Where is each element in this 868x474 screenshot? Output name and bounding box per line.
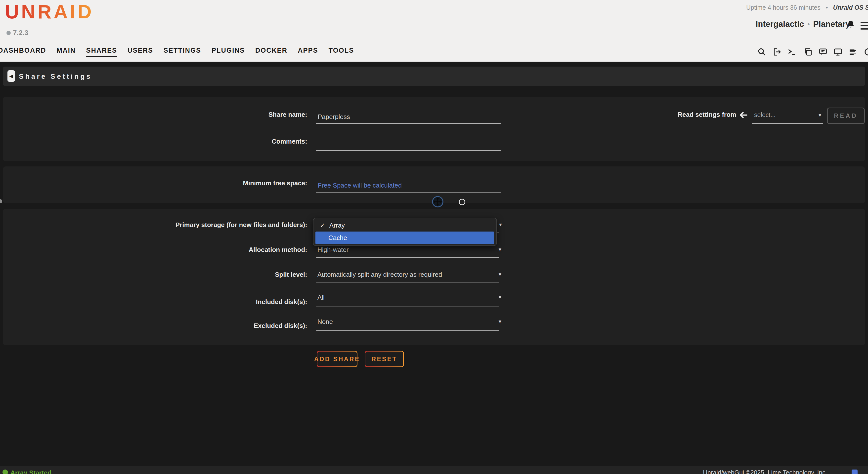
array-status-text: Array Started xyxy=(10,469,52,474)
edge-dot xyxy=(0,199,2,203)
uptime-status: Uptime 4 hours 36 minutes • Unraid OS St… xyxy=(746,4,868,11)
version-indicator: 7.2.3 xyxy=(6,29,28,37)
unraid-logo[interactable]: UNRAID xyxy=(5,0,94,23)
copy-icon[interactable] xyxy=(803,47,813,57)
unraid-share-settings-screen: UNRAID 7.2.3 Uptime 4 hours 36 minutes •… xyxy=(0,0,868,474)
read-button[interactable]: READ xyxy=(827,108,865,124)
server-identity: Intergalactic • Planetary xyxy=(756,20,850,29)
dropdown-option-label: Array xyxy=(329,222,345,229)
top-header: UNRAID 7.2.3 Uptime 4 hours 36 minutes •… xyxy=(0,0,868,62)
included-disks-value[interactable]: All xyxy=(317,294,324,301)
included-disks-label: Included disk(s): xyxy=(98,298,307,306)
chevron-down-icon[interactable]: ▼ xyxy=(498,247,502,252)
dot-separator: • xyxy=(807,21,810,28)
back-icon[interactable]: ◀ xyxy=(7,70,15,82)
circle-cursor-icon xyxy=(459,199,465,205)
allocation-method-value[interactable]: High-water xyxy=(317,246,349,253)
arrow-left-icon xyxy=(739,110,748,120)
chevron-down-icon[interactable]: ▼ xyxy=(498,272,502,277)
page-title-bar: ◀ Share Settings xyxy=(3,67,865,86)
footer-link-icon[interactable] xyxy=(851,470,858,474)
feedback-icon[interactable] xyxy=(818,47,828,57)
page-title: Share Settings xyxy=(19,72,92,80)
chevron-down-icon[interactable]: ▼ xyxy=(498,222,503,228)
server-name: Intergalactic xyxy=(756,20,804,29)
logout-icon[interactable] xyxy=(772,47,781,57)
read-settings-label: Read settings from xyxy=(637,111,736,118)
chevron-down-icon: ▼ xyxy=(817,112,822,118)
comments-label: Comments: xyxy=(98,138,307,145)
share-name-input[interactable] xyxy=(316,110,501,124)
primary-storage-label: Primary storage (for new files and folde… xyxy=(98,221,307,229)
menu-hamburger-icon[interactable] xyxy=(861,22,868,32)
split-level-label: Split level: xyxy=(98,271,307,278)
read-settings-select-value: select... xyxy=(754,111,776,118)
dropdown-option-cache[interactable]: Cache xyxy=(315,232,494,244)
checkmark-icon: ✓ xyxy=(320,222,326,229)
version-number: 7.2.3 xyxy=(13,29,28,37)
min-free-space-label: Minimum free space: xyxy=(98,179,307,187)
chevron-down-icon[interactable]: ▼ xyxy=(498,319,502,325)
search-icon[interactable] xyxy=(757,47,767,57)
read-settings-select[interactable]: select... ▼ xyxy=(752,109,824,124)
primary-storage-dropdown: ✓ Array Cache xyxy=(313,217,497,246)
dropdown-option-label: Cache xyxy=(328,234,347,242)
server-description: Planetary xyxy=(813,20,850,29)
chevron-down-icon[interactable]: ▼ xyxy=(498,295,502,300)
version-dot-icon xyxy=(6,31,11,35)
min-free-space-input[interactable] xyxy=(316,179,501,193)
monitor-icon[interactable] xyxy=(833,47,843,57)
panel-share-identity xyxy=(3,97,865,161)
dropdown-option-array[interactable]: ✓ Array xyxy=(320,222,345,229)
uptime-text: Uptime 4 hours 36 minutes xyxy=(746,4,820,11)
excluded-disks-label: Excluded disk(s): xyxy=(98,322,307,330)
copyright-text: Unraid/webGui ©2025, Lime Technology, In… xyxy=(703,469,827,474)
array-status-icon xyxy=(2,470,8,474)
log-icon[interactable] xyxy=(848,47,858,57)
excluded-disks-value[interactable]: None xyxy=(317,318,333,326)
allocation-method-label: Allocation method: xyxy=(98,246,307,253)
move-cursor-icon xyxy=(432,196,444,208)
nav-utility-icons xyxy=(0,47,868,58)
split-level-value[interactable]: Automatically split any directory as req… xyxy=(317,271,442,278)
terminal-icon[interactable] xyxy=(787,47,797,57)
os-edition: Unraid OS Starter xyxy=(833,4,868,11)
share-name-label: Share name: xyxy=(98,111,307,118)
circle-icon[interactable] xyxy=(864,47,868,57)
comments-input[interactable] xyxy=(316,137,501,151)
notifications-bell-icon[interactable] xyxy=(846,20,856,31)
reset-button[interactable]: RESET xyxy=(365,351,404,367)
add-share-button[interactable]: ADD SHARE xyxy=(317,351,358,367)
